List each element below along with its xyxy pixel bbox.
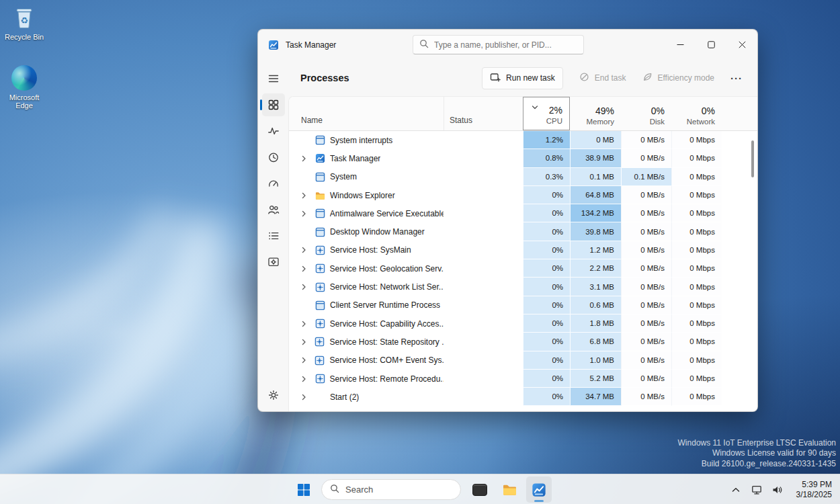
expand-chevron-icon[interactable] — [300, 394, 309, 401]
start-button[interactable] — [291, 476, 317, 503]
desktop-icon-label: Microsoft Edge — [3, 93, 46, 110]
table-row[interactable]: Windows Explorer0%64.8 MB0 MB/s0 Mbps — [289, 186, 757, 204]
table-row[interactable]: Desktop Window Manager0%39.8 MB0 MB/s0 M… — [289, 222, 757, 241]
memory-cell: 6.8 MB — [570, 333, 621, 351]
table-row[interactable]: Client Server Runtime Process0%0.6 MB0 M… — [289, 296, 757, 314]
nav-processes[interactable] — [262, 93, 285, 116]
cpu-cell: 0% — [523, 333, 570, 351]
expand-chevron-icon[interactable] — [300, 155, 309, 162]
process-icon-svc — [315, 245, 325, 255]
process-name-cell: Windows Explorer — [289, 186, 444, 204]
status-cell — [444, 131, 523, 149]
column-header-status[interactable]: Status — [444, 97, 523, 130]
search-icon — [330, 484, 339, 496]
desktop-icon-recycle-bin[interactable]: ♻ Recycle Bin — [3, 4, 46, 41]
table-row[interactable]: Service Host: COM+ Event Sys...0%1.0 MB0… — [289, 351, 757, 370]
nav-details[interactable] — [262, 224, 285, 247]
process-name-cell: Service Host: Network List Ser... — [289, 278, 444, 296]
nav-performance[interactable] — [262, 120, 285, 142]
table-row[interactable]: Start (2)0%34.7 MB0 MB/s0 Mbps — [289, 388, 757, 406]
task-manager-icon — [532, 482, 546, 497]
network-cell: 0 Mbps — [671, 296, 722, 314]
expand-chevron-icon[interactable] — [300, 265, 309, 272]
memory-cell: 39.8 MB — [570, 222, 621, 241]
process-name: Service Host: Remote Procedu... — [330, 374, 444, 384]
taskbar-app-task-manager[interactable] — [526, 476, 552, 503]
volume-tray-button[interactable] — [771, 485, 784, 495]
taskbar-clock[interactable]: 5:39 PM 3/18/2025 — [796, 480, 832, 500]
table-row[interactable]: System interrupts1.2%0 MB0 MB/s0 Mbps — [289, 131, 757, 149]
process-name-cell: System — [289, 168, 444, 186]
nav-services[interactable] — [262, 251, 285, 274]
maximize-button[interactable] — [696, 30, 726, 60]
hamburger-menu-button[interactable] — [262, 67, 285, 90]
process-name: Service Host: SysMain — [330, 245, 411, 255]
startup-gauge-icon — [267, 177, 280, 190]
expand-chevron-icon[interactable] — [300, 376, 309, 382]
table-row[interactable]: System0.3%0.1 MB0.1 MB/s0 Mbps — [289, 168, 757, 186]
taskbar-search[interactable]: Search — [321, 479, 461, 500]
expand-chevron-icon[interactable] — [300, 247, 309, 253]
nav-app-history[interactable] — [262, 146, 285, 169]
column-header-memory[interactable]: 49% Memory — [570, 97, 621, 130]
efficiency-mode-button[interactable]: Efficiency mode — [642, 72, 715, 84]
table-row[interactable]: Service Host: SysMain0%1.2 MB0 MB/s0 Mbp… — [289, 241, 757, 259]
expand-chevron-icon[interactable] — [300, 339, 308, 345]
network-tray-button[interactable] — [751, 485, 763, 495]
table-row[interactable]: Service Host: State Repository ...0%6.8 … — [289, 333, 757, 351]
taskbar-app-dark-window[interactable] — [467, 476, 493, 503]
table-row[interactable]: Service Host: Geolocation Serv...0%2.2 M… — [289, 259, 757, 278]
expand-chevron-icon[interactable] — [300, 357, 308, 364]
table-row[interactable]: Service Host: Remote Procedu...0%5.2 MB0… — [289, 370, 757, 388]
memory-cell: 5.2 MB — [570, 370, 621, 388]
column-header-disk[interactable]: 0% Disk — [621, 97, 671, 130]
column-header-cpu[interactable]: 2% CPU — [523, 97, 570, 130]
search-icon — [419, 39, 429, 51]
disk-cell: 0 MB/s — [621, 333, 671, 351]
cpu-cell: 0% — [523, 204, 570, 222]
disk-cell: 0 MB/s — [621, 278, 671, 296]
process-name: Service Host: Capability Acces... — [330, 319, 444, 329]
watermark-line: Build 26100.ge_release.240331-1435 — [678, 459, 836, 470]
expand-chevron-icon[interactable] — [300, 210, 309, 217]
minimize-button[interactable] — [665, 30, 696, 60]
edge-icon — [3, 65, 46, 91]
process-name: Antimalware Service Executable — [330, 209, 444, 218]
close-button[interactable] — [726, 30, 757, 60]
expand-chevron-icon[interactable] — [300, 192, 309, 199]
more-options-button[interactable]: ··· — [730, 73, 743, 84]
cpu-cell: 0% — [523, 296, 570, 314]
table-row[interactable]: Service Host: Capability Acces...0%1.8 M… — [289, 314, 757, 333]
titlebar[interactable]: Task Manager — [258, 30, 757, 60]
memory-cell: 0 MB — [570, 131, 621, 149]
end-task-button[interactable]: End task — [579, 72, 626, 84]
process-name: Service Host: State Repository ... — [329, 337, 444, 347]
column-header-network[interactable]: 0% Network — [671, 97, 722, 130]
watermark-line: Windows 11 IoT Enterprise LTSC Evaluatio… — [678, 438, 836, 449]
process-name-cell: Service Host: Capability Acces... — [289, 314, 444, 333]
speaker-icon — [772, 485, 783, 495]
cpu-cell: 0% — [523, 241, 570, 259]
desktop-icon-microsoft-edge[interactable]: Microsoft Edge — [3, 65, 46, 110]
column-header-name[interactable]: Name — [289, 97, 444, 130]
expand-chevron-icon[interactable] — [300, 321, 309, 327]
nav-users[interactable] — [262, 198, 285, 221]
process-rows: System interrupts1.2%0 MB0 MB/s0 MbpsTas… — [289, 131, 757, 406]
run-new-task-button[interactable]: Run new task — [482, 67, 563, 89]
table-row[interactable]: Task Manager0.8%38.9 MB0 MB/s0 Mbps — [289, 149, 757, 167]
search-input[interactable] — [434, 40, 577, 50]
process-name-cell: Task Manager — [289, 149, 444, 167]
table-row[interactable]: Service Host: Network List Ser...0%3.1 M… — [289, 278, 757, 296]
taskbar-app-file-explorer[interactable] — [497, 476, 522, 503]
process-name-cell: Service Host: SysMain — [289, 241, 444, 259]
network-cell: 0 Mbps — [671, 222, 722, 241]
scrollbar-thumb[interactable] — [751, 140, 754, 177]
nav-settings[interactable] — [262, 384, 285, 407]
status-cell — [444, 259, 523, 278]
process-name: Desktop Window Manager — [330, 227, 425, 237]
hidden-icons-chevron-button[interactable] — [730, 487, 742, 493]
table-row[interactable]: Antimalware Service Executable0%134.2 MB… — [289, 204, 757, 222]
task-manager-search-box[interactable] — [413, 35, 584, 54]
expand-chevron-icon[interactable] — [300, 284, 309, 290]
nav-startup-apps[interactable] — [262, 172, 285, 195]
